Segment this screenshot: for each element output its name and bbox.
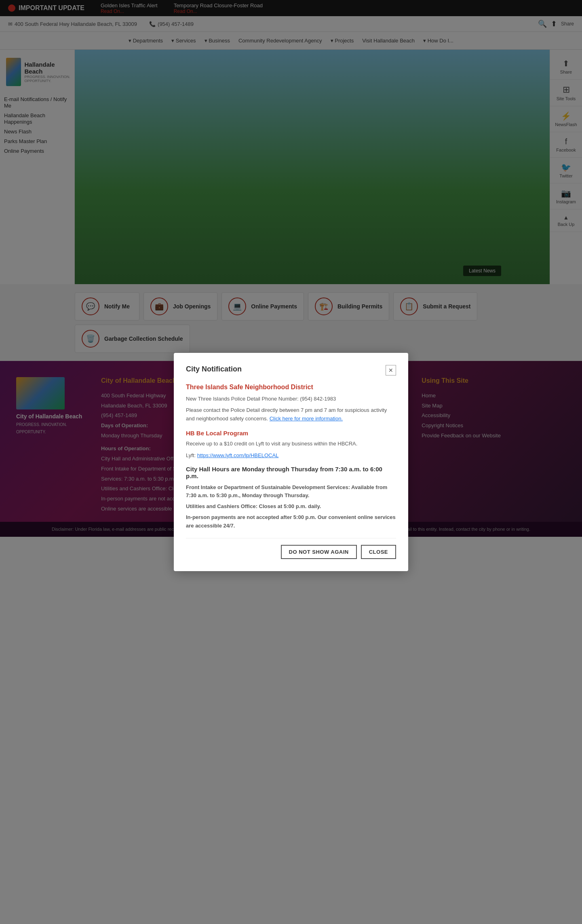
modal-p2: Please contact the Police Detail directl… (186, 406, 396, 423)
modal-p3: Receive up to a $10 credit on Lyft to vi… (186, 440, 396, 448)
modal-overlay: City Notification ✕ Three Islands Safe N… (0, 0, 582, 537)
modal-info2: Utilities and Cashiers Office: Closes at… (186, 502, 396, 511)
modal-section1-title: Three Islands Safe Neighborhood District (186, 384, 396, 391)
modal-info3: In-person payments are not accepted afte… (186, 513, 396, 530)
modal-lyft-link[interactable]: https://www.lyft.com/lp/HBELOCAL (197, 452, 279, 458)
modal-header: City Notification ✕ (186, 365, 396, 376)
modal-more-info-link[interactable]: Click here for more information. (270, 416, 343, 422)
modal-p1: New Three Islands Police Detail Phone Nu… (186, 395, 396, 403)
modal-title: City Notification (186, 365, 242, 373)
modal-close-x-button[interactable]: ✕ (386, 365, 396, 376)
modal: City Notification ✕ Three Islands Safe N… (174, 353, 408, 537)
modal-section2-title: HB Be Local Program (186, 430, 396, 437)
modal-bold-line: City Hall Hours are Monday through Thurs… (186, 466, 396, 479)
modal-info1: Front Intake or Department of Sustainabl… (186, 483, 396, 500)
modal-lyft: Lyft: https://www.lyft.com/lp/HBELOCAL (186, 451, 396, 460)
